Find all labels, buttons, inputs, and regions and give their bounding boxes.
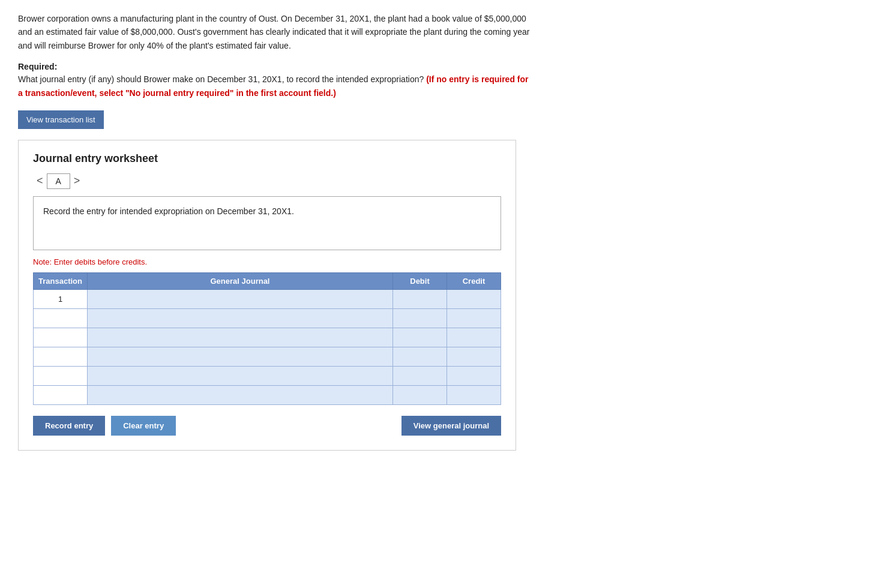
view-general-journal-button[interactable]: View general journal	[401, 416, 501, 436]
clear-entry-button[interactable]: Clear entry	[111, 416, 176, 436]
table-row-debit-4[interactable]	[393, 366, 447, 385]
record-entry-button[interactable]: Record entry	[33, 416, 105, 436]
credit-input-5[interactable]	[447, 386, 501, 404]
button-row: Record entry Clear entry View general jo…	[33, 416, 501, 436]
table-row-credit-3[interactable]	[447, 347, 501, 366]
credit-input-3[interactable]	[447, 347, 501, 366]
debit-input-5[interactable]	[393, 386, 447, 404]
credit-input-0[interactable]	[447, 290, 501, 308]
table-row-transaction-1	[34, 308, 88, 328]
journal-table: Transaction General Journal Debit Credit…	[33, 272, 501, 405]
table-row-debit-0[interactable]	[393, 289, 447, 308]
debit-input-3[interactable]	[393, 347, 447, 366]
general-journal-input-4[interactable]	[88, 367, 392, 385]
tab-next-arrow[interactable]: >	[70, 175, 84, 187]
table-row-debit-2[interactable]	[393, 328, 447, 347]
table-row-debit-3[interactable]	[393, 347, 447, 366]
tab-prev-arrow[interactable]: <	[33, 175, 47, 187]
col-transaction: Transaction	[34, 272, 88, 289]
transaction-description: Record the entry for intended expropriat…	[33, 196, 501, 250]
credit-input-4[interactable]	[447, 367, 501, 385]
required-label: Required:	[18, 62, 869, 71]
table-row-general-journal-3[interactable]	[88, 347, 393, 366]
required-question: What journal entry (if any) should Browe…	[18, 73, 534, 100]
view-transaction-list-button[interactable]: View transaction list	[18, 110, 104, 129]
table-row-general-journal-5[interactable]	[88, 385, 393, 404]
note-text: Note: Enter debits before credits.	[33, 257, 501, 266]
table-row-credit-5[interactable]	[447, 385, 501, 404]
table-row-transaction-3	[34, 347, 88, 366]
general-journal-input-3[interactable]	[88, 347, 392, 366]
table-row-general-journal-2[interactable]	[88, 328, 393, 347]
debit-input-2[interactable]	[393, 328, 447, 347]
table-row-credit-2[interactable]	[447, 328, 501, 347]
table-row-transaction-0: 1	[34, 289, 88, 308]
table-row-debit-1[interactable]	[393, 308, 447, 328]
question-text: What journal entry (if any) should Browe…	[18, 74, 424, 84]
credit-input-1[interactable]	[447, 309, 501, 328]
table-row-general-journal-1[interactable]	[88, 308, 393, 328]
table-row-transaction-5	[34, 385, 88, 404]
debit-input-0[interactable]	[393, 290, 447, 308]
col-debit: Debit	[393, 272, 447, 289]
general-journal-input-1[interactable]	[88, 309, 392, 328]
journal-entry-worksheet: Journal entry worksheet < A > Record the…	[18, 140, 516, 451]
col-general-journal: General Journal	[88, 272, 393, 289]
general-journal-input-0[interactable]	[88, 290, 392, 308]
table-row-general-journal-0[interactable]	[88, 289, 393, 308]
general-journal-input-2[interactable]	[88, 328, 392, 347]
tab-navigation: < A >	[33, 173, 501, 189]
intro-paragraph: Brower corporation owns a manufacturing …	[18, 12, 534, 52]
table-row-transaction-4	[34, 366, 88, 385]
table-row-transaction-2	[34, 328, 88, 347]
debit-input-4[interactable]	[393, 367, 447, 385]
table-row-general-journal-4[interactable]	[88, 366, 393, 385]
credit-input-2[interactable]	[447, 328, 501, 347]
table-row-credit-4[interactable]	[447, 366, 501, 385]
tab-a[interactable]: A	[47, 173, 70, 189]
general-journal-input-5[interactable]	[88, 386, 392, 404]
worksheet-title: Journal entry worksheet	[33, 152, 501, 165]
debit-input-1[interactable]	[393, 309, 447, 328]
table-row-credit-0[interactable]	[447, 289, 501, 308]
col-credit: Credit	[447, 272, 501, 289]
table-row-debit-5[interactable]	[393, 385, 447, 404]
table-row-credit-1[interactable]	[447, 308, 501, 328]
